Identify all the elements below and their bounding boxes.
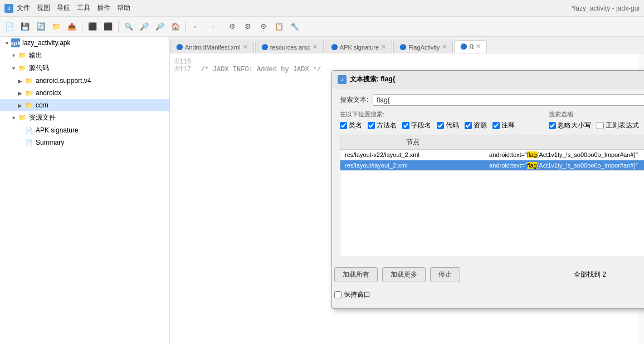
checkbox-code[interactable]: 代码 (437, 121, 459, 130)
sidebar-label-apk: lazy_activity.apk (22, 39, 70, 47)
sidebar-item-resources[interactable]: ▾ 📁 资源文件 (0, 111, 169, 124)
menu-nav[interactable]: 导航 (57, 3, 70, 13)
main-layout: ▾ apk lazy_activity.apk ▾ 📁 输出 ▾ 📁 源代码 ▶… (0, 37, 644, 344)
col-node: 节点 (340, 135, 485, 150)
load-more-button[interactable]: 加载更多 (382, 267, 426, 282)
arrow-icon: ▶ (17, 90, 23, 96)
result-value-1: android:text="flag{Act1v1ty_!s_so00oo0o_… (485, 150, 644, 160)
sidebar-item-summary[interactable]: 📄 Summary (0, 136, 169, 149)
search-label: 搜索文本: (340, 95, 368, 105)
toolbar-search1[interactable]: 🔍 (121, 19, 136, 34)
arrow-icon: ▾ (10, 65, 17, 71)
result-prefix-2: android:text=" (489, 162, 527, 169)
file-icon: 📄 (25, 126, 33, 135)
checkbox-comment[interactable]: 注释 (492, 121, 515, 130)
sidebar-label-summary: Summary (36, 139, 64, 146)
search-options-label: 搜索选项: (549, 110, 644, 119)
sidebar-item-androidx[interactable]: ▶ 📁 androidx (0, 87, 169, 99)
sidebar-label-resources: 资源文件 (29, 113, 56, 122)
result-suffix-1: {Act1v1ty_!s_so00oo0o_Impor#an#}" (537, 151, 638, 158)
checkbox-resource[interactable]: 资源 (465, 121, 487, 130)
menu-bar: 文件 视图 导航 工具 插件 帮助 (17, 3, 572, 13)
load-all-button[interactable]: 加载所有 (334, 267, 378, 282)
sidebar-item-apk-sig[interactable]: 📄 APK signature (0, 124, 169, 136)
title-bar: J 文件 视图 导航 工具 插件 帮助 *lazy_activity - jad… (0, 0, 644, 17)
toolbar-search2[interactable]: 🔎 (137, 19, 152, 34)
menu-help[interactable]: 帮助 (117, 3, 130, 13)
arrow-spacer (17, 127, 23, 134)
folder-icon: 📁 (18, 51, 27, 60)
location-checkboxes: 类名 方法名 字段名 代码 (340, 121, 549, 130)
menu-file[interactable]: 文件 (17, 3, 30, 13)
search-input[interactable] (377, 96, 644, 104)
col-value (485, 135, 644, 150)
checkbox-method[interactable]: 方法名 (368, 121, 397, 130)
menu-plugins[interactable]: 插件 (97, 3, 110, 13)
sidebar-label-android-support: android.support.v4 (36, 77, 91, 85)
toolbar-new[interactable]: 📄 (2, 19, 17, 34)
toolbar-export[interactable]: 📤 (65, 19, 79, 34)
toolbar-forward[interactable]: → (204, 19, 219, 34)
dialog-icon: J (338, 75, 347, 84)
action-btns-row: 加载所有 加载更多 停止 全部找到 2 结果分类 (332, 267, 644, 282)
options-row: 在以下位置搜索: 类名 方法名 字段名 (340, 110, 644, 130)
arrow-icon: ▾ (3, 40, 10, 46)
sidebar-label-output: 输出 (29, 51, 42, 60)
toolbar-gear2[interactable]: ⚙ (241, 19, 255, 34)
sidebar-label-androidx: androidx (36, 89, 61, 97)
result-highlight-2: flag (527, 162, 537, 169)
toolbar-wrench[interactable]: 🔧 (287, 19, 302, 34)
sidebar-item-output[interactable]: ▾ 📁 输出 (0, 49, 169, 62)
sidebar: ▾ apk lazy_activity.apk ▾ 📁 输出 ▾ 📁 源代码 ▶… (0, 37, 170, 344)
toolbar-home[interactable]: 🏠 (168, 19, 183, 34)
sidebar-item-source[interactable]: ▾ 📁 源代码 (0, 62, 169, 75)
toolbar-btn2[interactable]: ⬛ (101, 19, 115, 34)
toolbar: 📄 💾 🔄 📁 📤 ⬛ ⬛ 🔍 🔎 🔎 🏠 ← → ⚙ ⚙ ⚙ 📋 🔧 (0, 17, 644, 37)
search-locations-label: 在以下位置搜索: (340, 110, 549, 119)
sidebar-item-android-support[interactable]: ▶ 📁 android.support.v4 (0, 75, 169, 87)
sidebar-item-com[interactable]: ▶ 📁 com (0, 99, 169, 111)
toolbar-save[interactable]: 💾 (18, 19, 32, 34)
sidebar-item-apk[interactable]: ▾ apk lazy_activity.apk (0, 37, 169, 49)
result-path-1: res/layout-v22/layout_2.xml (340, 150, 485, 160)
checkbox-ignorecase[interactable]: 忽略大小写 (549, 121, 591, 130)
result-value-2: android:text="flag{Act1v1ty_!s_so00oo0o_… (485, 160, 644, 171)
toolbar-gear3[interactable]: ⚙ (256, 19, 271, 34)
stop-button[interactable]: 停止 (430, 267, 460, 282)
toolbar-btn1[interactable]: ⬛ (85, 19, 100, 34)
toolbar-gear1[interactable]: ⚙ (225, 19, 240, 34)
search-options-section: 搜索选项: 忽略大小写 正则表达式 只在当前页搜索 (549, 110, 644, 130)
sidebar-label-com: com (36, 101, 48, 109)
dialog-titlebar: J 文本搜索: flag{ — □ ✕ (332, 71, 644, 89)
options-checkboxes: 忽略大小写 正则表达式 只在当前页搜索 (549, 121, 644, 130)
dialog-overlay: J 文本搜索: flag{ — □ ✕ 搜索文本: (170, 37, 644, 344)
menu-tools[interactable]: 工具 (77, 3, 90, 13)
sidebar-label-apk-sig: APK signature (36, 126, 79, 134)
toolbar-refresh[interactable]: 🔄 (33, 19, 48, 34)
arrow-spacer (17, 140, 23, 146)
dialog-title: 文本搜索: flag{ (350, 75, 644, 84)
checkbox-classname[interactable]: 类名 (340, 121, 362, 130)
keep-window-label: 保持窗口 (344, 290, 370, 299)
menu-view[interactable]: 视图 (37, 3, 50, 13)
total-found: 全部找到 2 (465, 270, 644, 279)
toolbar-open[interactable]: 📁 (49, 19, 64, 34)
keep-window-checkbox[interactable] (334, 291, 341, 298)
search-row: 搜索文本: ✕ 自动搜索 (340, 94, 644, 106)
folder-icon: 📁 (18, 114, 27, 122)
checkbox-field[interactable]: 字段名 (402, 121, 431, 130)
results-table-wrap: 节点 res/layout-v22/layout_2.xml android:t… (340, 135, 644, 257)
window-title: *lazy_activity - jadx-gui (572, 4, 640, 12)
toolbar-list[interactable]: 📋 (272, 19, 286, 34)
result-suffix-2: {Act1v1ty_!s_so00oo0o_Impor#an#}" (537, 162, 638, 169)
result-path-2: res/layout/layout_2.xml (340, 160, 485, 171)
dialog-body: 搜索文本: ✕ 自动搜索 在以下位置搜索: (332, 89, 644, 267)
toolbar-back[interactable]: ← (189, 19, 203, 34)
checkbox-regex[interactable]: 正则表达式 (597, 121, 639, 130)
arrow-icon: ▾ (10, 115, 17, 121)
table-row[interactable]: res/layout-v22/layout_2.xml android:text… (340, 150, 644, 160)
app-logo: J (4, 4, 13, 13)
table-row[interactable]: res/layout/layout_2.xml android:text="fl… (340, 160, 644, 171)
results-table: 节点 res/layout-v22/layout_2.xml android:t… (340, 135, 644, 171)
toolbar-search3[interactable]: 🔎 (153, 19, 167, 34)
